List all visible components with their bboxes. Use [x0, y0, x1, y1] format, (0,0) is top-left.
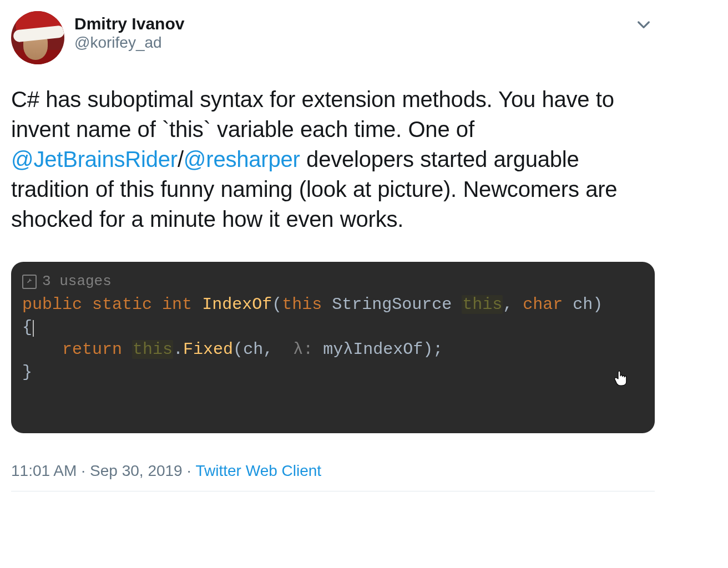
code-line-2: { [22, 316, 644, 339]
code-line-4: } [22, 361, 644, 384]
tweet-meta: 11:01 AM·Sep 30, 2019·Twitter Web Client [11, 462, 655, 491]
usages-row[interactable]: 3 usages [22, 272, 644, 291]
code-line-1: public static int IndexOf(this StringSou… [22, 293, 644, 316]
code-line-3: return thіs.Fixed(ch, λ: myλIndexOf); [22, 338, 644, 361]
tweet-card: Dmitry Ivanov @korifey_ad C# has subopti… [0, 0, 666, 491]
chevron-down-icon[interactable] [635, 11, 655, 36]
usages-icon [22, 275, 37, 289]
usages-label: 3 usages [42, 272, 112, 291]
mention-resharper[interactable]: @resharper [184, 147, 300, 171]
user-block[interactable]: Dmitry Ivanov @korifey_ad [11, 11, 184, 64]
text-cursor [33, 320, 34, 337]
tweet-client[interactable]: Twitter Web Client [195, 462, 321, 479]
tweet-text-slash: / [178, 147, 184, 171]
tweet-time[interactable]: 11:01 AM [11, 462, 77, 479]
tweet-header: Dmitry Ivanov @korifey_ad [11, 11, 655, 64]
user-names: Dmitry Ivanov @korifey_ad [74, 11, 184, 52]
pointer-cursor-icon [614, 369, 628, 392]
code-screenshot: 3 usages public static int IndexOf(this … [11, 262, 655, 433]
avatar[interactable] [11, 11, 64, 64]
tweet-date[interactable]: Sep 30, 2019 [90, 462, 183, 479]
display-name[interactable]: Dmitry Ivanov [74, 14, 184, 33]
tweet-text: C# has suboptimal syntax for extension m… [11, 84, 655, 234]
mention-jetbrainsrider[interactable]: @JetBrainsRider [11, 147, 178, 171]
user-handle[interactable]: @korifey_ad [74, 34, 184, 52]
tweet-text-part: C# has suboptimal syntax for extension m… [11, 87, 614, 141]
